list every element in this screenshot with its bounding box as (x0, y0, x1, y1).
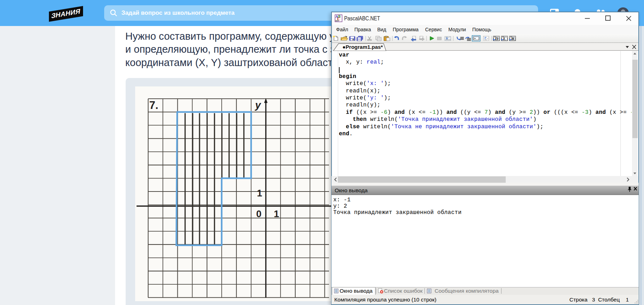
svg-text:net: net (335, 19, 339, 22)
svg-text:>: > (474, 37, 476, 40)
svg-text:D: D (495, 37, 498, 41)
svg-text:1: 1 (257, 188, 262, 199)
svg-text:L: L (503, 37, 506, 41)
svg-text:1: 1 (274, 209, 279, 219)
svg-text:R: R (511, 37, 515, 41)
svg-text:0: 0 (256, 209, 261, 219)
svg-text:у: у (254, 99, 261, 111)
svg-text:7.: 7. (149, 99, 158, 111)
svg-text:●Program1.pas*: ●Program1.pas* (342, 44, 383, 50)
